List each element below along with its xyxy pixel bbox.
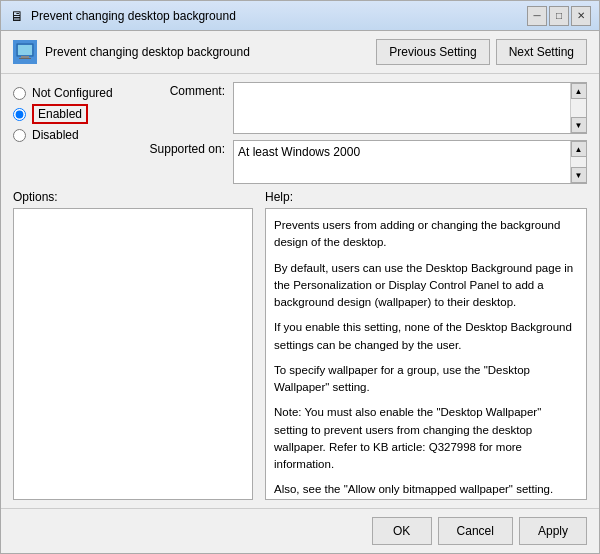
sections-row: Options: Help: Prevents users from addin… bbox=[13, 190, 587, 500]
help-box[interactable]: Prevents users from adding or changing t… bbox=[265, 208, 587, 500]
comment-label: Comment: bbox=[145, 82, 225, 98]
help-section: Help: Prevents users from adding or chan… bbox=[265, 190, 587, 500]
disabled-option[interactable]: Disabled bbox=[13, 128, 133, 142]
dialog-header: Prevent changing desktop background Prev… bbox=[1, 31, 599, 74]
dialog-header-left: Prevent changing desktop background bbox=[13, 40, 250, 64]
svg-rect-1 bbox=[18, 45, 32, 55]
ok-button[interactable]: OK bbox=[372, 517, 432, 545]
supported-scroll-down[interactable]: ▼ bbox=[571, 167, 587, 183]
options-section: Options: bbox=[13, 190, 253, 500]
bottom-bar: OK Cancel Apply bbox=[1, 508, 599, 553]
header-buttons: Previous Setting Next Setting bbox=[376, 39, 587, 65]
supported-scroll-up[interactable]: ▲ bbox=[571, 141, 587, 157]
options-label: Options: bbox=[13, 190, 253, 204]
title-bar: 🖥 Prevent changing desktop background ─ … bbox=[1, 1, 599, 31]
enabled-radio[interactable] bbox=[13, 108, 26, 121]
not-configured-radio[interactable] bbox=[13, 87, 26, 100]
not-configured-option[interactable]: Not Configured bbox=[13, 86, 133, 100]
enabled-option[interactable]: Enabled bbox=[13, 104, 133, 124]
cancel-button[interactable]: Cancel bbox=[438, 517, 513, 545]
title-bar-buttons: ─ □ ✕ bbox=[527, 6, 591, 26]
supported-label: Supported on: bbox=[145, 140, 225, 156]
disabled-radio[interactable] bbox=[13, 129, 26, 142]
minimize-button[interactable]: ─ bbox=[527, 6, 547, 26]
supported-value: At least Windows 2000 bbox=[234, 141, 570, 183]
comment-textarea[interactable] bbox=[234, 83, 570, 133]
header-icon bbox=[13, 40, 37, 64]
title-bar-icon: 🖥 bbox=[9, 8, 25, 24]
supported-row: Supported on: At least Windows 2000 ▲ ▼ bbox=[145, 140, 587, 184]
previous-setting-button[interactable]: Previous Setting bbox=[376, 39, 489, 65]
maximize-button[interactable]: □ bbox=[549, 6, 569, 26]
options-box bbox=[13, 208, 253, 500]
comment-scrollbar: ▲ ▼ bbox=[570, 83, 586, 133]
apply-button[interactable]: Apply bbox=[519, 517, 587, 545]
dialog-header-title: Prevent changing desktop background bbox=[45, 45, 250, 59]
comment-row: Comment: ▲ ▼ bbox=[145, 82, 587, 134]
title-bar-text: Prevent changing desktop background bbox=[31, 9, 527, 23]
main-window: 🖥 Prevent changing desktop background ─ … bbox=[0, 0, 600, 554]
not-configured-label[interactable]: Not Configured bbox=[32, 86, 113, 100]
help-label: Help: bbox=[265, 190, 587, 204]
content-area: Not Configured Enabled Disabled Comment: bbox=[1, 74, 599, 508]
enabled-label[interactable]: Enabled bbox=[32, 104, 88, 124]
close-button[interactable]: ✕ bbox=[571, 6, 591, 26]
svg-rect-3 bbox=[19, 58, 31, 59]
supported-scrollbar: ▲ ▼ bbox=[570, 141, 586, 183]
comment-scroll-up[interactable]: ▲ bbox=[571, 83, 587, 99]
radio-group: Not Configured Enabled Disabled bbox=[13, 82, 133, 146]
comment-scroll-down[interactable]: ▼ bbox=[571, 117, 587, 133]
svg-rect-2 bbox=[21, 56, 29, 58]
disabled-label[interactable]: Disabled bbox=[32, 128, 79, 142]
next-setting-button[interactable]: Next Setting bbox=[496, 39, 587, 65]
